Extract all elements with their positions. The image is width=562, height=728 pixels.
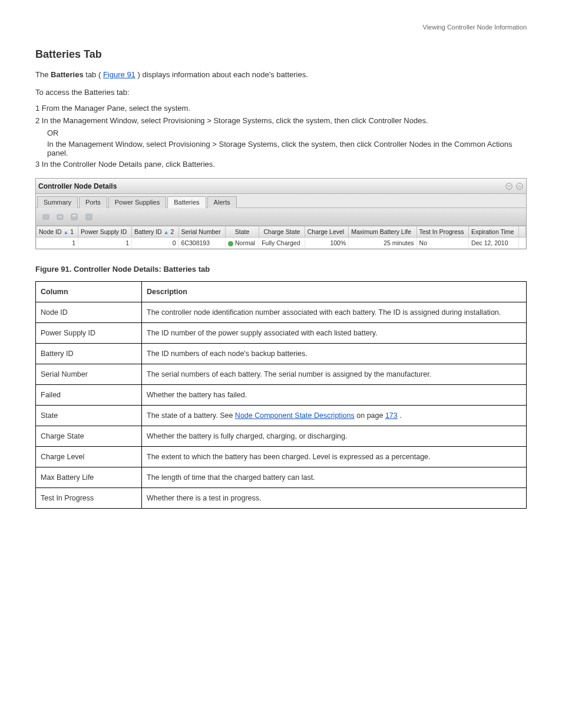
desc-col: Battery ID xyxy=(36,343,142,364)
svg-point-1 xyxy=(517,183,523,189)
desc-col: Test In Progress xyxy=(36,487,142,508)
cell-charge-state: Fully Charged xyxy=(259,238,305,249)
desc-val: The state of a battery. See Node Compone… xyxy=(142,405,527,426)
desc-val: The ID numbers of each node's backup bat… xyxy=(142,343,527,364)
step-2a: 2 In the Management Window, select Provi… xyxy=(35,116,527,125)
sort-priority: 2 xyxy=(170,228,174,235)
col-spacer xyxy=(519,226,526,238)
sort-indicator-icon: ▲ xyxy=(164,229,169,235)
state-descriptions-link[interactable]: Node Component State Descriptions xyxy=(235,411,355,420)
svg-rect-5 xyxy=(72,215,76,216)
tab-alerts[interactable]: Alerts xyxy=(207,196,237,208)
col-charge-level[interactable]: Charge Level xyxy=(305,226,349,238)
svg-rect-6 xyxy=(86,214,92,220)
intro-bold: Batteries xyxy=(51,70,84,79)
toolbar-icon-1[interactable] xyxy=(41,211,52,223)
col-max-battery-life[interactable]: Maximum Battery Life xyxy=(349,226,416,238)
desc-col: Node ID xyxy=(36,302,142,322)
cell-charge-level: 100% xyxy=(305,238,349,249)
desc-val: The controller node identification numbe… xyxy=(142,302,527,322)
desc-val: The serial numbers of each battery. The … xyxy=(142,364,527,384)
intro-text2: tab ( xyxy=(85,70,101,79)
tab-ports[interactable]: Ports xyxy=(79,196,107,208)
desc-row: Charge Level The extent to which the bat… xyxy=(36,446,527,467)
svg-point-0 xyxy=(506,183,513,189)
toolbar-icon-2[interactable] xyxy=(55,211,67,223)
desc-val: The length of time that the charged batt… xyxy=(142,467,527,487)
desc-row: Node ID The controller node identificati… xyxy=(36,302,527,322)
intro-text: The xyxy=(35,70,51,79)
cell-expiration: Dec 12, 2010 xyxy=(469,238,519,249)
desc-val: Whether the battery is fully charged, ch… xyxy=(142,426,527,446)
cell-node-id: 1 xyxy=(37,238,78,249)
status-dot-icon xyxy=(228,241,233,246)
desc-text: . xyxy=(399,411,401,420)
desc-col: Power Supply ID xyxy=(36,322,142,343)
expand-icon[interactable] xyxy=(515,182,524,190)
col-serial-number[interactable]: Serial Number xyxy=(178,226,225,238)
desc-row: State The state of a battery. See Node C… xyxy=(36,405,527,426)
col-test-in-progress[interactable]: Test In Progress xyxy=(416,226,469,238)
cell-battery-id: 0 xyxy=(132,238,179,249)
desc-col: Charge State xyxy=(36,426,142,446)
panel-title: Controller Node Details xyxy=(38,182,503,190)
desc-val: Whether there is a test in progress. xyxy=(142,487,527,508)
toolbar-icon-3[interactable] xyxy=(69,211,81,223)
col-state[interactable]: State xyxy=(225,226,259,238)
state-text: Normal xyxy=(235,239,255,246)
cell-serial: 6C308193 xyxy=(178,238,225,249)
desc-val: The ID number of the power supply associ… xyxy=(142,322,527,343)
tab-power-supplies[interactable]: Power Supplies xyxy=(108,196,166,208)
svg-rect-2 xyxy=(43,215,49,219)
svg-rect-4 xyxy=(71,214,77,220)
intro-text3: ) displays information about each node's… xyxy=(137,70,308,79)
page-link[interactable]: 173 xyxy=(385,411,398,420)
desc-col: Charge Level xyxy=(36,446,142,467)
table-row[interactable]: 1 1 0 6C308193 Normal Fully Charged 100%… xyxy=(37,238,526,249)
sort-indicator-icon: ▲ xyxy=(63,229,68,235)
col-power-supply-id[interactable]: Power Supply ID xyxy=(78,226,132,238)
desc-col: Max Battery Life xyxy=(36,467,142,487)
desc-header-description: Description xyxy=(142,281,527,302)
columns-description-table: Column Description Node ID The controlle… xyxy=(35,281,527,509)
toolbar xyxy=(36,208,526,226)
col-expiration-time[interactable]: Expiration Time xyxy=(469,226,519,238)
desc-text: The state of a battery. See xyxy=(147,411,235,420)
desc-header-column: Column xyxy=(36,281,142,302)
cell-state: Normal xyxy=(225,238,259,249)
collapse-icon[interactable] xyxy=(505,182,513,190)
figure-link[interactable]: Figure 91 xyxy=(103,70,135,79)
col-label: Node ID xyxy=(39,228,62,235)
step-2b: In the Management Window, select Provisi… xyxy=(47,140,527,157)
col-charge-state[interactable]: Charge State xyxy=(259,226,305,238)
desc-text: page xyxy=(367,411,385,420)
intro-para2: To access the Batteries tab: xyxy=(35,87,527,98)
desc-col: State xyxy=(36,405,142,426)
panel-title-row: Controller Node Details xyxy=(36,179,526,194)
toolbar-icon-4[interactable] xyxy=(83,211,95,223)
desc-val: Whether the battery has failed. xyxy=(142,384,527,405)
desc-row: Test In Progress Whether there is a test… xyxy=(36,487,527,508)
step-1: 1 From the Manager Pane, select the syst… xyxy=(35,104,527,113)
col-node-id[interactable]: Node ID ▲ 1 xyxy=(37,226,78,238)
desc-row: Battery ID The ID numbers of each node's… xyxy=(36,343,527,364)
desc-col: Serial Number xyxy=(36,364,142,384)
desc-row: Max Battery Life The length of time that… xyxy=(36,467,527,487)
cell-spacer xyxy=(519,238,526,249)
step-or: OR xyxy=(47,129,527,137)
intro-paragraph: The Batteries tab ( Figure 91 ) displays… xyxy=(35,69,527,81)
sort-priority: 1 xyxy=(70,228,74,235)
tab-summary[interactable]: Summary xyxy=(37,196,78,208)
desc-col: Failed xyxy=(36,384,142,405)
desc-val: The extent to which the battery has been… xyxy=(142,446,527,467)
desc-row: Failed Whether the battery has failed. xyxy=(36,384,527,405)
step-3: 3 In the Controller Node Details pane, c… xyxy=(35,160,527,169)
page-header: Viewing Controller Node Information xyxy=(35,24,527,31)
tab-batteries[interactable]: Batteries xyxy=(167,196,206,208)
desc-row: Serial Number The serial numbers of each… xyxy=(36,364,527,384)
cell-max-life: 25 minutes xyxy=(349,238,416,249)
figure-caption: Figure 91. Controller Node Details: Batt… xyxy=(35,263,527,275)
col-battery-id[interactable]: Battery ID ▲ 2 xyxy=(132,226,179,238)
desc-row: Power Supply ID The ID number of the pow… xyxy=(36,322,527,343)
col-label: Battery ID xyxy=(134,228,162,235)
